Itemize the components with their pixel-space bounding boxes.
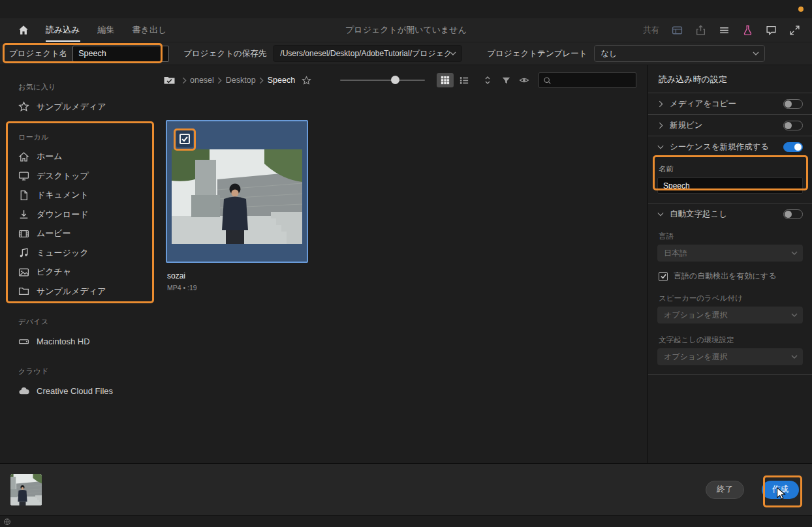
search-input[interactable] xyxy=(555,76,632,85)
fullscreen-icon[interactable] xyxy=(789,25,800,36)
tab-import[interactable]: 読み込み xyxy=(46,18,80,42)
speaker-labeling-label: スピーカーのラベル付け xyxy=(659,294,803,303)
sidebar-section-devices: デバイス Macintosh HD xyxy=(0,317,162,352)
locations-sidebar: お気に入り サンプルメディア ローカル ホーム デスクトップ xyxy=(0,65,162,463)
sidebar-item-documents[interactable]: ドキュメント xyxy=(0,186,162,205)
transcription-prefs-label: 文字起こしの環境設定 xyxy=(659,335,803,345)
sidebar-section-local: ローカル ホーム デスクトップ ドキュメント ダウンロード xyxy=(0,132,162,301)
setting-label: 自動文字起こし xyxy=(670,209,727,220)
folder-check-icon[interactable] xyxy=(163,75,176,85)
transcription-options: 言語 日本語 言語の自動検出を有効にする スピーカーのラベル付け オプションを選… xyxy=(648,225,812,375)
main-area: お気に入り サンプルメディア ローカル ホーム デスクトップ xyxy=(0,65,812,463)
app-toolbar: 読み込み 編集 書き出し プロジェクトが開いていません 共有 xyxy=(0,18,812,42)
setting-new-bin[interactable]: 新規ビン xyxy=(648,115,812,136)
beta-lab-icon[interactable] xyxy=(742,25,753,36)
sidebar-item-music[interactable]: ミュージック xyxy=(0,243,162,263)
language-select[interactable]: 日本語 xyxy=(657,245,803,262)
project-location-value: /Users/onesel/Desktop/AdobeTutorial/プロジェ… xyxy=(280,48,450,59)
sidebar-item-label: Macintosh HD xyxy=(37,337,90,346)
drive-icon xyxy=(18,336,29,347)
transcription-toggle[interactable] xyxy=(783,209,803,219)
sidebar-item-label: サンプルメディア xyxy=(37,286,106,297)
sidebar-item-label: ミュージック xyxy=(37,247,89,259)
sidebar-item-label: ダウンロード xyxy=(37,209,89,220)
preview-eye-icon[interactable] xyxy=(519,75,529,85)
new-bin-toggle[interactable] xyxy=(783,121,803,130)
thumbnail-size-slider[interactable] xyxy=(340,76,425,85)
setting-label: 新規ビン xyxy=(670,120,703,131)
sidebar-item-macintosh-hd[interactable]: Macintosh HD xyxy=(0,332,162,352)
share-button[interactable]: 共有 xyxy=(643,25,659,36)
premiere-import-window: 読み込み 編集 書き出し プロジェクトが開いていません 共有 xyxy=(0,0,812,527)
sidebar-item-sample-media[interactable]: サンプルメディア xyxy=(0,282,162,301)
chevron-right-icon xyxy=(259,77,264,84)
favorite-star-icon[interactable] xyxy=(302,76,311,85)
speaker-labeling-select[interactable]: オプションを選択 xyxy=(657,307,803,324)
home-icon[interactable] xyxy=(17,23,30,37)
chevron-down-icon xyxy=(450,50,456,57)
unsaved-indicator-dot xyxy=(798,7,804,12)
auto-detect-label: 言語の自動検出を有効にする xyxy=(674,271,776,282)
media-select-checkbox[interactable] xyxy=(180,134,190,144)
chevron-right-icon xyxy=(657,122,664,128)
desktop-icon xyxy=(18,170,29,181)
slider-knob[interactable] xyxy=(391,76,399,84)
search-box[interactable] xyxy=(539,72,636,88)
titlebar xyxy=(0,0,812,18)
slider-track xyxy=(340,80,425,81)
quick-export-icon[interactable] xyxy=(695,25,706,36)
breadcrumb-speech[interactable]: Speech xyxy=(268,76,295,85)
sidebar-item-label: サンプルメディア xyxy=(37,101,106,113)
grid-view-button[interactable] xyxy=(437,73,454,87)
sidebar-item-label: ピクチャ xyxy=(37,266,71,278)
speaker-labeling-value: オプションを選択 xyxy=(664,310,791,321)
sidebar-item-label: デスクトップ xyxy=(37,170,89,182)
project-template-label: プロジェクトテンプレート xyxy=(487,48,587,59)
sidebar-item-sample-media-favorite[interactable]: サンプルメディア xyxy=(0,97,162,117)
network-status-icon xyxy=(3,518,11,526)
setting-copy-media[interactable]: メディアをコピー xyxy=(648,93,812,115)
tab-export[interactable]: 書き出し xyxy=(133,18,167,42)
sidebar-item-label: Creative Cloud Files xyxy=(37,386,113,396)
sidebar-section-title: クラウド xyxy=(18,367,162,376)
sort-icon[interactable] xyxy=(482,75,493,85)
breadcrumb-desktop[interactable]: Desktop xyxy=(226,76,256,85)
frame-io-icon[interactable] xyxy=(672,25,683,36)
setting-transcription[interactable]: 自動文字起こし xyxy=(648,203,812,225)
footer-buttons: 終了 作成 xyxy=(706,481,799,499)
auto-detect-row: 言語の自動検出を有効にする xyxy=(659,271,803,282)
project-template-select[interactable]: なし xyxy=(594,45,765,62)
import-settings-panel: 読み込み時の設定 メディアをコピー 新規ビン シーケンスを新規作成する 名前 xyxy=(648,65,812,463)
sidebar-item-home[interactable]: ホーム xyxy=(0,147,162,167)
star-icon xyxy=(18,101,29,112)
setting-new-sequence[interactable]: シーケンスを新規作成する xyxy=(648,136,812,158)
quit-button[interactable]: 終了 xyxy=(706,481,744,499)
sidebar-item-desktop[interactable]: デスクトップ xyxy=(0,166,162,186)
breadcrumb-onesel[interactable]: onesel xyxy=(190,76,214,85)
mode-tabs: 読み込み 編集 書き出し xyxy=(46,18,166,42)
media-browser: onesel Desktop Speech xyxy=(162,65,648,463)
project-name-input[interactable] xyxy=(72,46,169,62)
media-tile-sozai[interactable] xyxy=(166,120,308,263)
media-item: sozai MP4 • :19 xyxy=(166,120,308,292)
list-view-button[interactable] xyxy=(456,73,473,87)
chevron-down-icon xyxy=(791,312,798,318)
sidebar-item-creative-cloud-files[interactable]: Creative Cloud Files xyxy=(0,382,162,401)
chevron-down-icon xyxy=(791,250,798,256)
filter-icon[interactable] xyxy=(501,75,511,85)
tab-edit[interactable]: 編集 xyxy=(98,18,115,42)
new-sequence-toggle[interactable] xyxy=(783,142,803,152)
feedback-chat-icon[interactable] xyxy=(766,25,777,36)
toggle-knob xyxy=(785,122,792,129)
create-button[interactable]: 作成 xyxy=(762,481,799,499)
workspace-menu-icon[interactable] xyxy=(719,25,730,36)
sequence-name-input[interactable] xyxy=(657,177,803,194)
transcription-prefs-select[interactable]: オプションを選択 xyxy=(657,348,803,365)
sidebar-item-movies[interactable]: ムービー xyxy=(0,224,162,244)
film-icon xyxy=(18,228,29,239)
copy-media-toggle[interactable] xyxy=(783,99,803,109)
sidebar-item-downloads[interactable]: ダウンロード xyxy=(0,205,162,224)
project-location-dropdown[interactable]: /Users/onesel/Desktop/AdobeTutorial/プロジェ… xyxy=(273,45,462,62)
auto-detect-checkbox[interactable] xyxy=(659,272,668,281)
sidebar-item-pictures[interactable]: ピクチャ xyxy=(0,263,162,282)
